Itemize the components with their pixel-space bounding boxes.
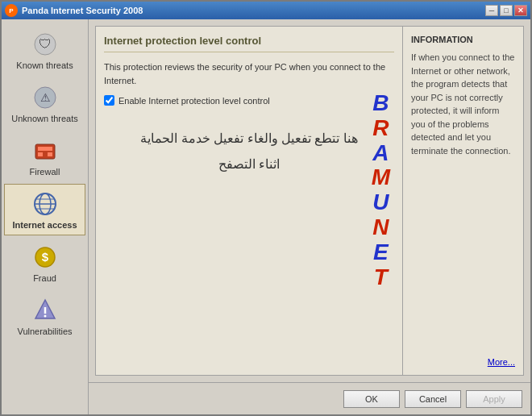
svg-rect-5 bbox=[38, 147, 43, 151]
app-icon: P bbox=[5, 4, 18, 17]
fraud-label: Fraud bbox=[33, 273, 56, 283]
sidebar-item-known-threats[interactable]: 🛡 Known threats bbox=[4, 24, 85, 76]
known-threats-icon: 🛡 bbox=[31, 30, 60, 59]
logo-letter-m: M bbox=[372, 165, 390, 190]
title-bar-left: P Panda Internet Security 2008 bbox=[5, 4, 143, 17]
svg-rect-8 bbox=[38, 152, 43, 156]
logo-letter-r: R bbox=[372, 116, 389, 141]
fraud-icon: $ bbox=[31, 243, 60, 272]
vulnerabilities-icon bbox=[31, 296, 60, 325]
sidebar: 🛡 Known threats ⚠ Unknown threats bbox=[2, 19, 89, 414]
sidebar-item-fraud[interactable]: $ Fraud bbox=[4, 237, 85, 289]
svg-rect-6 bbox=[43, 147, 48, 151]
info-text: If when you connect to the Internet or o… bbox=[411, 51, 515, 353]
right-content: Internet protection level control This p… bbox=[89, 19, 530, 414]
logo-letter-a: A bbox=[372, 141, 389, 166]
close-button[interactable]: ✕ bbox=[514, 5, 527, 16]
svg-rect-7 bbox=[48, 147, 52, 151]
maximize-button[interactable]: □ bbox=[500, 5, 513, 16]
arabic-text-area: هنا تتطع تفعيل والغاء تفعيل خدمة الحماية… bbox=[104, 118, 394, 367]
info-panel: INFORMATION If when you connect to the I… bbox=[403, 26, 524, 376]
main-content: 🛡 Known threats ⚠ Unknown threats bbox=[2, 19, 530, 414]
window-title: Panda Internet Security 2008 bbox=[22, 6, 143, 15]
sidebar-item-unknown-threats[interactable]: ⚠ Unknown threats bbox=[4, 77, 85, 129]
svg-text:$: $ bbox=[41, 250, 48, 264]
firewall-icon bbox=[31, 136, 60, 165]
main-panel: Internet protection level control This p… bbox=[95, 26, 403, 376]
sidebar-item-firewall[interactable]: Firewall bbox=[4, 131, 85, 182]
sidebar-item-vulnerabilities[interactable]: Vulnerabilities bbox=[4, 290, 85, 342]
main-window: P Panda Internet Security 2008 ─ □ ✕ 🛡 K… bbox=[0, 0, 532, 416]
title-bar-buttons: ─ □ ✕ bbox=[485, 5, 527, 16]
arabic-line1: هنا تتطع تفعيل والغاء تفعيل خدمة الحماية bbox=[140, 126, 358, 152]
vertical-logo: B R A M U N E T bbox=[372, 91, 390, 289]
ok-button[interactable]: OK bbox=[343, 390, 400, 408]
panel-description: This protection reviews the security of … bbox=[104, 60, 394, 87]
cancel-button[interactable]: Cancel bbox=[405, 390, 461, 408]
svg-rect-9 bbox=[48, 152, 52, 156]
internet-access-label: Internet access bbox=[12, 220, 77, 230]
svg-point-19 bbox=[44, 315, 46, 318]
minimize-button[interactable]: ─ bbox=[485, 5, 498, 16]
bottom-bar: OK Cancel Apply bbox=[89, 382, 530, 414]
svg-text:⚠: ⚠ bbox=[39, 91, 50, 104]
logo-letter-b: B bbox=[372, 91, 389, 116]
known-threats-label: Known threats bbox=[16, 60, 73, 70]
svg-rect-4 bbox=[35, 144, 55, 159]
apply-button[interactable]: Apply bbox=[466, 390, 522, 408]
firewall-label: Firewall bbox=[30, 167, 60, 177]
sidebar-item-internet-access[interactable]: Internet access bbox=[4, 184, 85, 235]
svg-text:🛡: 🛡 bbox=[39, 37, 52, 51]
vulnerabilities-label: Vulnerabilities bbox=[17, 327, 72, 336]
arabic-line2: اثناء التصفح bbox=[218, 152, 280, 177]
unknown-threats-label: Unknown threats bbox=[11, 114, 78, 123]
logo-letter-n: N bbox=[372, 215, 389, 240]
info-title: INFORMATION bbox=[411, 35, 515, 44]
panel-title: Internet protection level control bbox=[104, 35, 394, 52]
content-panel: Internet protection level control This p… bbox=[89, 19, 530, 382]
title-bar: P Panda Internet Security 2008 ─ □ ✕ bbox=[2, 2, 530, 19]
unknown-threats-icon: ⚠ bbox=[31, 83, 60, 112]
logo-letter-t: T bbox=[374, 265, 388, 290]
enable-checkbox[interactable] bbox=[104, 95, 114, 106]
checkbox-row: Enable Internet protection level control bbox=[104, 95, 394, 106]
checkbox-label: Enable Internet protection level control bbox=[118, 96, 270, 106]
more-link[interactable]: More... bbox=[411, 357, 515, 367]
internet-access-icon bbox=[31, 189, 60, 218]
logo-letter-e: E bbox=[373, 240, 389, 265]
logo-letter-u: U bbox=[372, 190, 389, 215]
